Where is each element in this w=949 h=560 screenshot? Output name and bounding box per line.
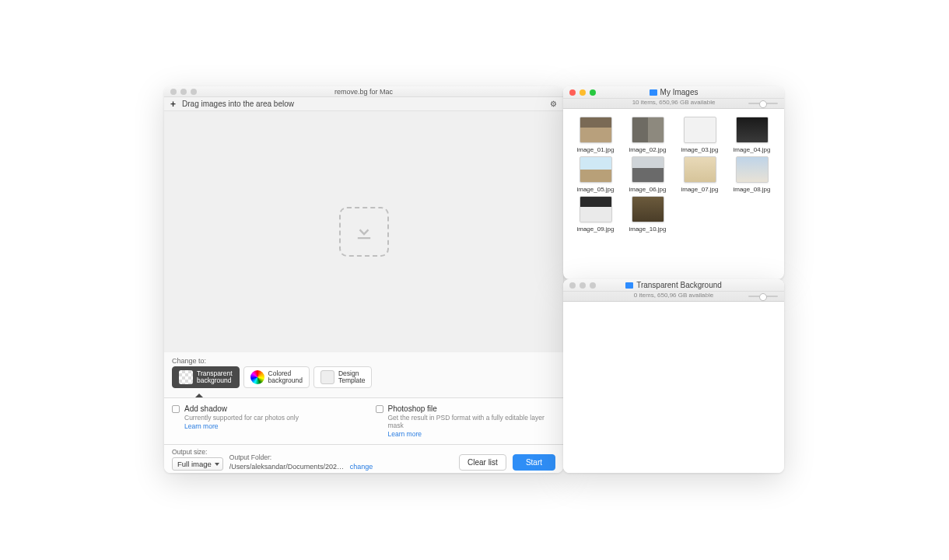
thumbnail-icon xyxy=(684,156,716,183)
transparent-swatch-icon xyxy=(179,370,193,384)
zoom-slider[interactable] xyxy=(748,296,778,297)
finder2-title: Transparent Background xyxy=(563,281,784,289)
finder1-titlebar[interactable]: My Images xyxy=(563,86,784,99)
photoshop-learn-more[interactable]: Learn more xyxy=(388,430,556,438)
file-item[interactable]: image_10.jpg xyxy=(623,196,672,233)
tab-design-template[interactable]: Design Template xyxy=(313,366,373,388)
template-swatch-icon xyxy=(320,370,334,384)
tab-transparent-label: Transparent background xyxy=(197,370,233,385)
finder1-sub: 10 items, 650,96 GB available xyxy=(563,99,784,109)
tab-transparent-bg[interactable]: Transparent background xyxy=(172,366,240,388)
thumbnail-icon xyxy=(580,196,612,222)
finder2-titlebar[interactable]: Transparent Background xyxy=(563,279,784,292)
file-item[interactable]: image_01.jpg xyxy=(571,117,620,153)
finder1-title: My Images xyxy=(563,88,784,96)
start-button[interactable]: Start xyxy=(513,454,555,471)
color-wheel-icon xyxy=(250,370,264,384)
add-icon[interactable]: + xyxy=(170,99,176,110)
clear-list-button[interactable]: Clear list xyxy=(459,454,506,471)
thumbnail-icon xyxy=(580,117,612,143)
photoshop-label: Photoshop file xyxy=(388,404,556,413)
photoshop-checkbox[interactable] xyxy=(376,405,383,413)
drop-target xyxy=(339,207,389,257)
photoshop-sub: Get the result in PSD format with a full… xyxy=(388,414,556,429)
change-to-label: Change to: xyxy=(164,352,563,366)
add-shadow-sub: Currently supported for car photos only xyxy=(184,414,299,422)
finder2-sub: 0 items, 650,96 GB available xyxy=(563,292,784,302)
output-size-select[interactable]: Full image xyxy=(172,457,223,471)
output-size-label: Output size: xyxy=(172,448,223,456)
file-item[interactable]: image_08.jpg xyxy=(727,156,776,193)
thumbnail-icon xyxy=(632,117,664,143)
folder-icon xyxy=(625,282,633,289)
tab-colored-bg[interactable]: Colored background xyxy=(243,366,310,388)
download-arrow-icon xyxy=(353,221,375,243)
thumbnail-icon xyxy=(632,196,664,222)
file-item[interactable]: image_02.jpg xyxy=(623,117,672,153)
thumbnail-icon xyxy=(632,156,664,183)
folder-icon xyxy=(650,89,657,96)
app-title: remove.bg for Mac xyxy=(164,88,563,96)
thumbnail-icon xyxy=(736,117,769,143)
app-window: remove.bg for Mac + Drag images into the… xyxy=(164,86,563,473)
file-item[interactable]: image_09.jpg xyxy=(571,196,620,233)
options-row: Add shadow Currently supported for car p… xyxy=(164,398,563,444)
app-toolbar: + Drag images into the area below ⚙ xyxy=(164,97,563,111)
drop-area[interactable] xyxy=(164,111,563,352)
zoom-slider[interactable] xyxy=(748,103,778,104)
output-folder-label: Output Folder: xyxy=(229,453,373,461)
finder-transparent-bg: Transparent Background 0 items, 650,96 G… xyxy=(563,279,784,473)
change-to-tabs: Transparent background Colored backgroun… xyxy=(164,366,563,394)
tab-colored-label: Colored background xyxy=(268,370,303,385)
add-shadow-learn-more[interactable]: Learn more xyxy=(184,422,299,430)
output-folder-path: /Users/aleksandar/Documents/2023-04-0... xyxy=(229,463,346,471)
file-item[interactable]: image_07.jpg xyxy=(675,156,724,193)
add-shadow-checkbox[interactable] xyxy=(172,405,180,413)
settings-icon[interactable]: ⚙ xyxy=(550,100,557,108)
file-item[interactable]: image_05.jpg xyxy=(571,156,620,193)
drag-hint: Drag images into the area below xyxy=(182,100,294,108)
thumbnail-icon xyxy=(736,156,769,183)
file-item[interactable]: image_06.jpg xyxy=(623,156,672,193)
file-item[interactable]: image_04.jpg xyxy=(727,117,776,153)
finder-my-images: My Images 10 items, 650,96 GB available … xyxy=(563,86,784,279)
add-shadow-label: Add shadow xyxy=(184,404,299,413)
change-folder-link[interactable]: change xyxy=(350,463,373,471)
tab-template-label: Design Template xyxy=(338,370,366,385)
empty-content[interactable] xyxy=(563,302,784,473)
file-item[interactable]: image_03.jpg xyxy=(675,117,724,153)
thumbnail-icon xyxy=(684,117,716,143)
app-titlebar[interactable]: remove.bg for Mac xyxy=(164,86,563,97)
thumbnail-grid: image_01.jpg image_02.jpg image_03.jpg i… xyxy=(563,109,784,240)
output-row: Output size: Full image Output Folder: /… xyxy=(164,445,563,473)
thumbnail-icon xyxy=(580,156,612,183)
